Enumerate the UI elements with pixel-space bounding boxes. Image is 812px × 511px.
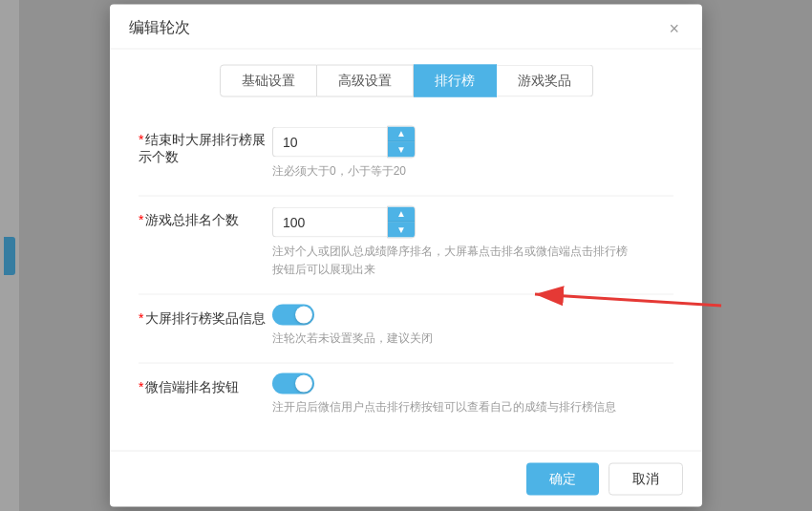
- spinner-up-total-rank[interactable]: ▲: [388, 206, 415, 222]
- dialog-header: 编辑轮次 ×: [110, 4, 702, 49]
- content-display-count: ▲ ▼ 注必须大于0，小于等于20: [272, 125, 673, 180]
- content-total-rank: ▲ ▼ 注对个人或团队总成绩降序排名，大屏幕点击排名或微信端点击排行榜按钮后可以…: [272, 205, 673, 278]
- confirm-button[interactable]: 确定: [526, 463, 599, 496]
- toggle-container-wechat: [272, 373, 673, 394]
- spinner-buttons-total-rank: ▲ ▼: [387, 205, 416, 238]
- content-wechat-btn: 注开启后微信用户点击排行榜按钮可以查看自己的成绩与排行榜信息: [272, 373, 673, 416]
- hint-display-count: 注必须大于0，小于等于20: [272, 161, 673, 180]
- content-prize-info: 注轮次若未设置奖品，建议关闭: [272, 305, 673, 348]
- spinner-up-display-count[interactable]: ▲: [388, 126, 415, 141]
- label-total-rank: *游戏总排名个数: [139, 205, 272, 228]
- dialog-footer: 确定 取消: [110, 451, 702, 507]
- field-prize-info: *大屏排行榜奖品信息 注轮次若未设置奖品，建议关闭: [139, 295, 673, 357]
- toggle-container-prize: [272, 305, 673, 326]
- toggle-prize-info[interactable]: [272, 305, 314, 326]
- hint-wechat-btn: 注开启后微信用户点击排行榜按钮可以查看自己的成绩与排行榜信息: [272, 398, 673, 416]
- tab-prizes[interactable]: 游戏奖品: [497, 64, 593, 96]
- hint-prize-info: 注轮次若未设置奖品，建议关闭: [272, 330, 673, 348]
- toggle-thumb-prize: [295, 307, 312, 324]
- tab-basic[interactable]: 基础设置: [220, 64, 317, 96]
- spinner-down-display-count[interactable]: ▼: [388, 141, 415, 157]
- toggle-thumb-wechat: [295, 375, 312, 393]
- label-wechat-btn: *微信端排名按钮: [139, 373, 272, 396]
- spinner-down-total-rank[interactable]: ▼: [388, 222, 415, 237]
- tab-bar: 基础设置 高级设置 排行榜 游戏奖品: [110, 49, 702, 106]
- field-total-rank: *游戏总排名个数 ▲ ▼ 注对个人或团队总成绩降序排名，大屏幕点击排名或微信端点…: [139, 196, 673, 287]
- label-prize-info: *大屏排行榜奖品信息: [139, 305, 272, 328]
- label-display-count: *结束时大屏排行榜展示个数: [139, 125, 272, 165]
- edit-dialog: 编辑轮次 × 基础设置 高级设置 排行榜 游戏奖品 *结束时大屏排行榜展示个数: [110, 4, 702, 507]
- field-display-count: *结束时大屏排行榜展示个数 ▲ ▼ 注必须大于0，小于等于20: [139, 116, 673, 189]
- input-total-rank[interactable]: [272, 206, 387, 237]
- input-display-count[interactable]: [272, 126, 387, 157]
- cancel-button[interactable]: 取消: [609, 463, 683, 496]
- tab-advanced[interactable]: 高级设置: [317, 64, 414, 96]
- dialog-body: *结束时大屏排行榜展示个数 ▲ ▼ 注必须大于0，小于等于20: [110, 106, 702, 451]
- tab-leaderboard[interactable]: 排行榜: [414, 64, 497, 96]
- spinner-buttons-display-count: ▲ ▼: [387, 125, 416, 158]
- close-button[interactable]: ×: [665, 17, 683, 38]
- field-wechat-btn: *微信端排名按钮 注开启后微信用户点击排行榜按钮可以查看自己的成绩与排行榜信息: [139, 364, 673, 426]
- toggle-wechat-btn[interactable]: [272, 373, 314, 394]
- spinner-display-count: ▲ ▼: [272, 125, 673, 158]
- spinner-total-rank: ▲ ▼: [272, 205, 673, 238]
- hint-total-rank: 注对个人或团队总成绩降序排名，大屏幕点击排名或微信端点击排行榜按钮后可以展现出来: [272, 242, 673, 278]
- dialog-title: 编辑轮次: [129, 18, 190, 38]
